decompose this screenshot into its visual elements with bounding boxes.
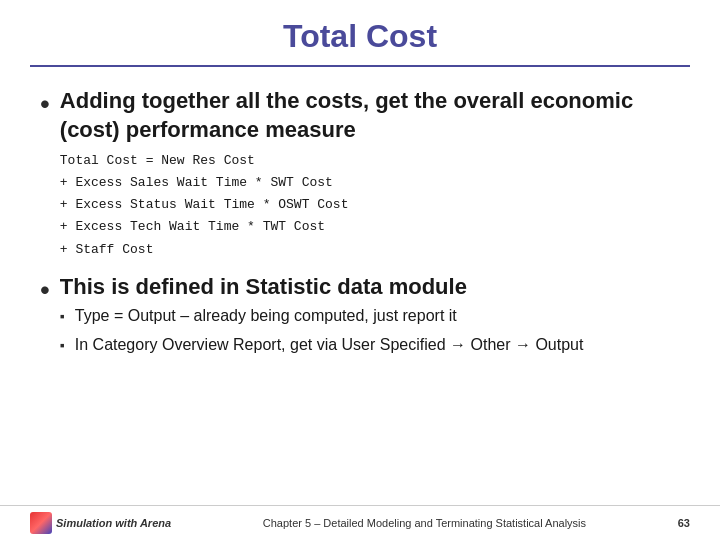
footer-brand: Simulation with Arena — [56, 517, 171, 529]
code-line-2: + Excess Sales Wait Time * SWT Cost — [60, 172, 680, 194]
footer: Simulation with Arena Chapter 5 – Detail… — [0, 505, 720, 540]
sub-bullets: ▪ Type = Output – already being computed… — [60, 305, 584, 356]
bullet-2-text: This is defined in Statistic data module — [60, 273, 584, 302]
bullet-1-dot: • — [40, 89, 50, 120]
code-line-3: + Excess Status Wait Time * OSWT Cost — [60, 194, 680, 216]
arena-logo-icon — [30, 512, 52, 534]
sub-bullet-1: ▪ Type = Output – already being computed… — [60, 305, 584, 327]
slide-title: Total Cost — [0, 0, 720, 65]
bullet-1-section: • Adding together all the costs, get the… — [40, 87, 680, 261]
footer-chapter: Chapter 5 – Detailed Modeling and Termin… — [191, 517, 658, 529]
sub-bullet-2-text: In Category Overview Report, get via Use… — [75, 334, 584, 356]
sub-bullet-2: ▪ In Category Overview Report, get via U… — [60, 334, 584, 356]
sub-bullet-1-text: Type = Output – already being computed, … — [75, 305, 457, 327]
code-line-1: Total Cost = New Res Cost — [60, 150, 680, 172]
footer-page: 63 — [678, 517, 690, 529]
bullet-2-section: • This is defined in Statistic data modu… — [40, 273, 680, 356]
bullet-1-content: Adding together all the costs, get the o… — [60, 87, 680, 261]
slide-content: • Adding together all the costs, get the… — [0, 77, 720, 505]
code-line-4: + Excess Tech Wait Time * TWT Cost — [60, 216, 680, 238]
sub-bullet-2-marker: ▪ — [60, 337, 65, 354]
title-divider — [30, 65, 690, 67]
slide-container: Total Cost • Adding together all the cos… — [0, 0, 720, 540]
code-block: Total Cost = New Res Cost + Excess Sales… — [60, 150, 680, 260]
footer-left: Simulation with Arena — [30, 512, 171, 534]
footer-logo: Simulation with Arena — [30, 512, 171, 534]
code-line-5: + Staff Cost — [60, 239, 680, 261]
bullet-2-dot: • — [40, 275, 50, 306]
bullet-1-text: Adding together all the costs, get the o… — [60, 87, 680, 144]
sub-bullet-1-marker: ▪ — [60, 308, 65, 325]
bullet-2-content: This is defined in Statistic data module… — [60, 273, 584, 356]
